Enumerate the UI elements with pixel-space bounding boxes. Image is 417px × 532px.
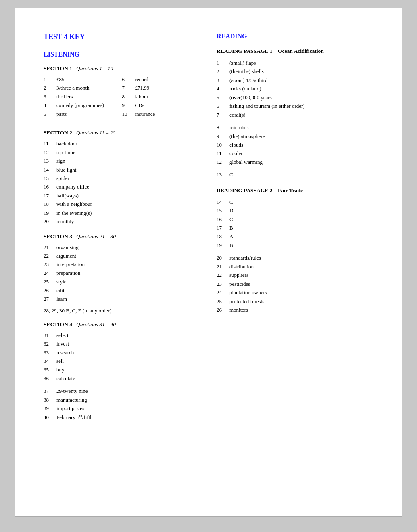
page-title: TEST 4 KEY	[44, 33, 200, 41]
list-item: 14blue light	[44, 165, 200, 174]
list-item: 3729/twenty nine	[44, 387, 200, 395]
list-item: 21organising	[44, 243, 200, 251]
list-item: 22argument	[44, 251, 200, 260]
list-item: 25protected forests	[217, 297, 373, 306]
list-item: 23interpretation	[44, 260, 200, 268]
section1-heading: SECTION 1 Questions 1 – 10	[44, 65, 200, 72]
list-item: 18with a neighbour	[44, 200, 200, 208]
list-item: 2(their/the) shells	[217, 67, 373, 75]
list-item: 13sign	[44, 157, 200, 165]
list-item: 34sell	[44, 357, 200, 365]
list-item: 20monthly	[44, 217, 200, 226]
list-item: 6record	[122, 75, 201, 84]
list-item: 3thrillers	[44, 92, 122, 101]
list-item: 16company office	[44, 182, 200, 191]
list-item: 23/three a month	[44, 84, 122, 92]
list-item: 21distribution	[217, 262, 373, 271]
section3-list: 21organising 22argument 23interpretation…	[44, 243, 200, 304]
list-item: 18A	[217, 232, 373, 241]
passage2-list2: 20standards/rules 21distribution 22suppl…	[217, 253, 373, 314]
list-item: 20standards/rules	[217, 253, 373, 262]
list-item: 6fishing and tourism (in either order)	[217, 102, 373, 110]
list-item: 17B	[217, 224, 373, 232]
list-item: 11back door	[44, 139, 200, 148]
list-item: 23pesticides	[217, 280, 373, 288]
left-column: TEST 4 KEY LISTENING SECTION 1 Questions…	[44, 33, 200, 425]
section3-special: 28, 29, 30 B, C, E (in any order)	[44, 308, 200, 314]
list-item: 4rocks (on land)	[217, 84, 373, 93]
section1-list-right: 6record 7£71.99 8labour 9CDs 10insurance	[122, 75, 201, 118]
list-item: 19in the evening(s)	[44, 209, 200, 217]
section2-questions: Questions 11 – 20	[76, 130, 115, 136]
right-column: READING READING PASSAGE 1 – Ocean Acidif…	[217, 33, 373, 425]
passage2-list: 14C 15D 16C 17B 18A 19B	[217, 198, 373, 250]
list-item: 19B	[217, 241, 373, 249]
section4-heading: SECTION 4 Questions 31 – 40	[44, 321, 200, 328]
list-item: 12top floor	[44, 148, 200, 157]
list-item: 25style	[44, 277, 200, 286]
listening-title: LISTENING	[44, 51, 200, 58]
list-item: 7coral(s)	[217, 111, 373, 119]
list-item: 5parts	[44, 110, 122, 118]
passage1-list3: 13C	[217, 170, 373, 179]
list-item: 32invest	[44, 339, 200, 348]
section1-questions: Questions 1 – 10	[76, 65, 113, 71]
list-item: 40February 5th/fifth	[44, 413, 200, 422]
list-item: 31select	[44, 331, 200, 339]
list-item: 9CDs	[122, 101, 201, 109]
list-item: 13C	[217, 170, 373, 179]
section2-label: SECTION 2	[44, 130, 72, 136]
list-item: 39import prices	[44, 404, 200, 413]
page: TEST 4 KEY LISTENING SECTION 1 Questions…	[15, 8, 402, 517]
passage2-title: READING PASSAGE 2 – Fair Trade	[217, 187, 373, 194]
passage1-list2: 8microbes 9(the) atmosphere 10clouds 11c…	[217, 123, 373, 166]
list-item: 22suppliers	[217, 271, 373, 279]
list-item: 36calculate	[44, 374, 200, 383]
list-item: 12global warming	[217, 158, 373, 166]
section4-label: SECTION 4	[44, 321, 72, 327]
list-item: 7£71.99	[122, 84, 201, 92]
section2-heading: SECTION 2 Questions 11 – 20	[44, 130, 200, 136]
list-item: 11cooler	[217, 149, 373, 157]
list-item: 10insurance	[122, 110, 201, 118]
section3-label: SECTION 3	[44, 233, 72, 239]
passage1-title: READING PASSAGE 1 – Ocean Acidification	[217, 48, 373, 54]
list-item: 38manufacturing	[44, 396, 200, 404]
list-item: 16C	[217, 215, 373, 224]
list-item: 24plantation owners	[217, 288, 373, 297]
section4-list: 31select 32invest 33research 34sell 35bu…	[44, 331, 200, 383]
section1-col-b: 6record 7£71.99 8labour 9CDs 10insurance	[122, 75, 201, 122]
section4-list2: 3729/twenty nine 38manufacturing 39impor…	[44, 387, 200, 421]
list-item: 8labour	[122, 92, 201, 101]
list-item: 3(about) 1/3/a third	[217, 76, 373, 84]
section3-questions: Questions 21 – 30	[76, 233, 116, 239]
list-item: 4comedy (programmes)	[44, 101, 122, 109]
list-item: 1£85	[44, 75, 122, 84]
list-item: 26monitors	[217, 306, 373, 314]
list-item: 27learn	[44, 295, 200, 303]
list-item: 35buy	[44, 365, 200, 374]
list-item: 9(the) atmosphere	[217, 132, 373, 140]
section3-heading: SECTION 3 Questions 21 – 30	[44, 233, 200, 240]
list-item: 15spider	[44, 174, 200, 182]
list-item: 5(over)100,000 years	[217, 93, 373, 102]
list-item: 33research	[44, 348, 200, 357]
section1-list-left: 1£85 23/three a month 3thrillers 4comedy…	[44, 75, 122, 118]
section1-answers: 1£85 23/three a month 3thrillers 4comedy…	[44, 75, 200, 122]
section1-label: SECTION 1	[44, 65, 72, 71]
section1-col-a: 1£85 23/three a month 3thrillers 4comedy…	[44, 75, 122, 122]
list-item: 1(small) flaps	[217, 59, 373, 67]
list-item: 24preparation	[44, 269, 200, 277]
reading-title: READING	[217, 33, 373, 40]
section4-questions: Questions 31 – 40	[76, 321, 116, 327]
section2-list: 11back door 12top floor 13sign 14blue li…	[44, 139, 200, 226]
list-item: 17hall(ways)	[44, 191, 200, 200]
list-item: 10clouds	[217, 140, 373, 149]
list-item: 26edit	[44, 286, 200, 295]
list-item: 15D	[217, 206, 373, 215]
list-item: 8microbes	[217, 123, 373, 132]
passage1-list: 1(small) flaps 2(their/the) shells 3(abo…	[217, 59, 373, 119]
list-item: 14C	[217, 198, 373, 206]
